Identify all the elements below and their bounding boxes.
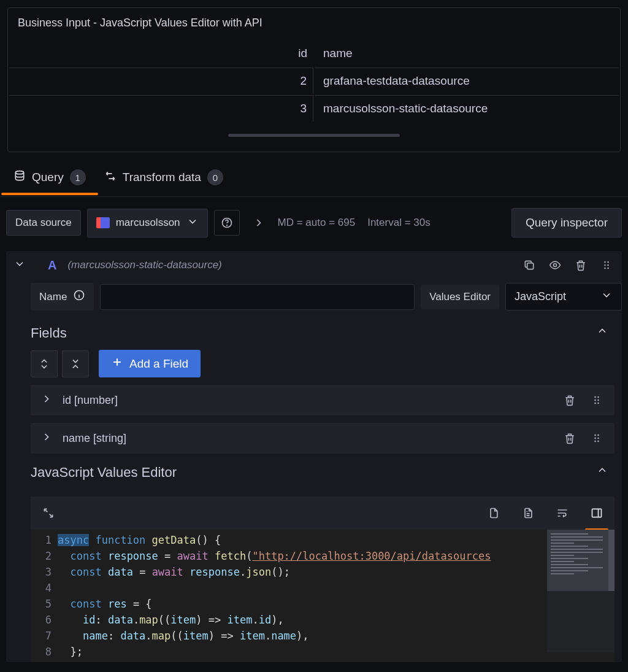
- cell-id: 2: [9, 68, 313, 94]
- svg-point-16: [594, 403, 596, 404]
- field-row[interactable]: name [string]: [31, 423, 615, 454]
- expand-all-button[interactable]: [31, 350, 58, 377]
- table-row[interactable]: 2 grafana-testdata-datasource: [9, 68, 619, 94]
- drag-handle-icon[interactable]: [589, 392, 605, 408]
- line-number-gutter: 1 2 3 4 5 6 7 8: [31, 530, 58, 662]
- editor-toolbar: [31, 496, 615, 530]
- paste-button[interactable]: [519, 504, 537, 522]
- interval-text: Interval = 30s: [367, 217, 431, 229]
- panel: Business Input - JavaScript Values Edito…: [7, 7, 621, 152]
- col-name-header[interactable]: name: [315, 41, 619, 66]
- wrap-button[interactable]: [553, 504, 572, 522]
- datasource-label: Data source: [6, 210, 81, 236]
- expand-editor-button[interactable]: [39, 504, 58, 522]
- field-label: name [string]: [63, 432, 126, 445]
- svg-point-19: [597, 434, 599, 436]
- svg-point-14: [594, 400, 596, 401]
- expand-button[interactable]: [246, 210, 272, 236]
- copy-button[interactable]: [484, 504, 503, 522]
- tab-query[interactable]: Query 1: [13, 166, 86, 194]
- values-editor-select[interactable]: JavaScript: [505, 283, 622, 311]
- code-area[interactable]: async function getData() { const respons…: [58, 530, 543, 662]
- code-editor[interactable]: 1 2 3 4 5 6 7 8 async function getData()…: [31, 530, 615, 662]
- fields-section-title: Fields: [6, 314, 67, 350]
- svg-point-6: [607, 261, 609, 263]
- datasource-value: marcusolsson: [116, 217, 180, 229]
- datasource-logo-icon: [96, 217, 110, 228]
- chevron-up-icon[interactable]: [596, 464, 608, 479]
- datasource-picker[interactable]: marcusolsson: [87, 209, 208, 238]
- chevron-down-icon: [13, 258, 26, 272]
- svg-point-0: [15, 171, 23, 174]
- minimap[interactable]: [547, 530, 615, 652]
- svg-rect-24: [592, 509, 602, 517]
- svg-point-8: [607, 265, 609, 266]
- tabs-bar: Query 1 Transform data 0: [0, 166, 628, 194]
- values-editor-label-text: Values Editor: [429, 291, 491, 303]
- svg-point-21: [597, 438, 599, 439]
- values-editor-label: Values Editor: [421, 285, 499, 309]
- cell-name: marcusolsson-static-datasource: [315, 95, 619, 122]
- svg-point-7: [604, 265, 606, 266]
- query-toolbar: Data source marcusolsson MD = auto = 695…: [0, 196, 628, 249]
- query-header[interactable]: A (marcusolsson-static-datasource): [6, 251, 622, 279]
- tab-transform-badge: 0: [207, 169, 223, 185]
- tab-query-badge: 1: [70, 169, 86, 185]
- drag-handle-icon[interactable]: [589, 430, 605, 446]
- values-editor-value: JavaScript: [515, 290, 566, 303]
- horizontal-scrollbar[interactable]: [228, 134, 400, 137]
- delete-field-button[interactable]: [562, 392, 578, 408]
- help-button[interactable]: [214, 210, 240, 236]
- svg-point-9: [604, 268, 606, 269]
- chevron-down-icon: [600, 289, 613, 304]
- query-inspector-button[interactable]: Query inspector: [511, 208, 622, 238]
- minimap-scrollbar[interactable]: [608, 530, 615, 591]
- md-text: MD = auto = 695: [278, 217, 356, 229]
- js-editor-section-title: JavaScript Values Editor: [6, 454, 177, 489]
- cell-name: grafana-testdata-datasource: [315, 68, 619, 94]
- database-icon: [13, 170, 26, 185]
- svg-point-20: [594, 438, 596, 439]
- collapse-all-button[interactable]: [62, 350, 89, 377]
- name-input[interactable]: [100, 284, 415, 310]
- query-inspector-label: Query inspector: [526, 216, 608, 230]
- show-minimap-button[interactable]: [588, 504, 606, 522]
- duplicate-button[interactable]: [521, 257, 537, 273]
- svg-point-17: [597, 403, 599, 404]
- delete-button[interactable]: [573, 257, 589, 273]
- svg-point-18: [594, 434, 596, 436]
- name-label: Name: [31, 283, 94, 311]
- tab-transform-label: Transform data: [123, 171, 201, 184]
- delete-field-button[interactable]: [562, 430, 578, 446]
- svg-point-5: [604, 261, 606, 263]
- tab-query-label: Query: [32, 171, 64, 184]
- add-field-button[interactable]: Add a Field: [99, 350, 201, 377]
- svg-rect-3: [527, 263, 534, 269]
- drag-handle-icon[interactable]: [599, 257, 615, 273]
- tab-transform[interactable]: Transform data 0: [104, 166, 223, 194]
- field-row[interactable]: id [number]: [31, 385, 615, 415]
- field-label: id [number]: [63, 394, 118, 407]
- transform-icon: [104, 170, 117, 185]
- cell-id: 3: [9, 95, 313, 122]
- panel-title: Business Input - JavaScript Values Edito…: [8, 13, 620, 39]
- svg-point-23: [597, 441, 599, 442]
- table-row[interactable]: 3 marcusolsson-static-datasource: [9, 95, 619, 122]
- name-label-text: Name: [39, 291, 67, 303]
- data-table: id name 2 grafana-testdata-datasource 3 …: [8, 39, 620, 123]
- svg-point-12: [594, 396, 596, 398]
- chevron-up-icon[interactable]: [596, 325, 608, 339]
- query-ref-id: A: [48, 258, 56, 272]
- plus-icon: [111, 356, 123, 371]
- datasource-label-text: Data source: [15, 217, 72, 229]
- chevron-right-icon: [40, 393, 53, 408]
- svg-point-10: [607, 268, 609, 269]
- chevron-right-icon: [40, 431, 53, 446]
- svg-point-4: [554, 264, 557, 267]
- svg-point-15: [597, 400, 599, 401]
- svg-point-13: [597, 396, 599, 398]
- col-id-header[interactable]: id: [9, 41, 313, 66]
- toggle-visibility-button[interactable]: [547, 257, 563, 273]
- query-ds-name: (marcusolsson-static-datasource): [67, 259, 221, 271]
- info-icon: [73, 289, 85, 304]
